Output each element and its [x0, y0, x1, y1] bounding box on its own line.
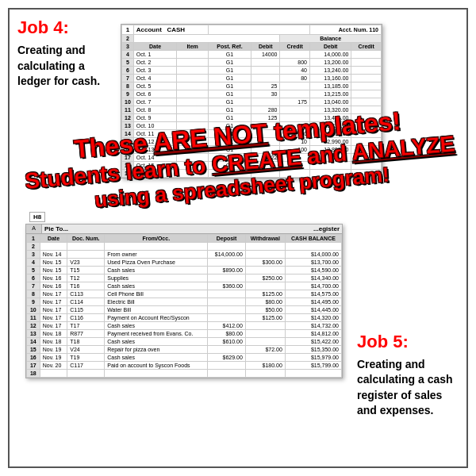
job4-section: Job 4: Creating and calculating a ledger…	[17, 17, 121, 90]
cell-reference: H8	[29, 212, 45, 222]
job5-title: Job 5:	[357, 332, 460, 352]
cash-register-spreadsheet: A Pie To... ...egister 1 Date Doc. Num. …	[25, 224, 343, 378]
job5-description: Creating and calculating a cash register…	[357, 357, 460, 419]
ledger-spreadsheet: 1 Account CASH Acct. Num. 110 2 Balance …	[121, 24, 382, 178]
job5-section: Job 5: Creating and calculating a cash r…	[357, 332, 460, 419]
job4-description: Creating and calculating a ledger for ca…	[17, 43, 121, 90]
main-container: Job 4: Creating and calculating a ledger…	[8, 8, 468, 468]
job4-title: Job 4:	[17, 17, 121, 38]
